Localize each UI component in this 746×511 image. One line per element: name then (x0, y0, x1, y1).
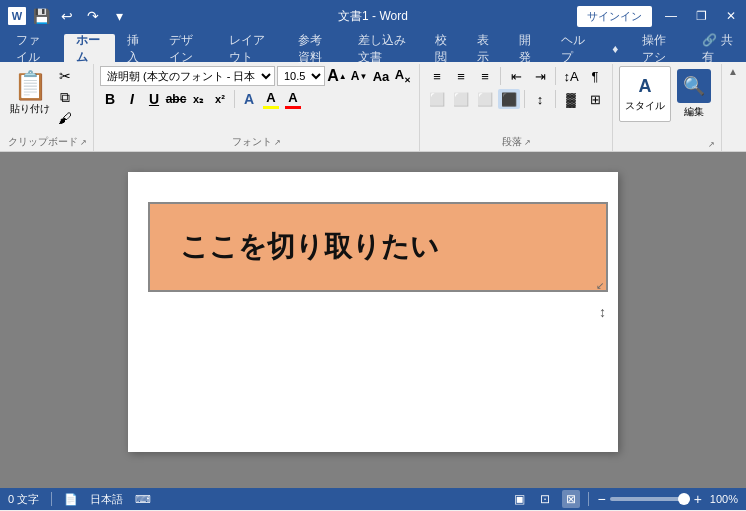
align-right-button[interactable]: ⬜ (474, 89, 496, 109)
show-marks-button[interactable]: ¶ (584, 66, 606, 86)
sort-button[interactable]: ↕A (560, 66, 582, 86)
tab-layout[interactable]: レイアウト (217, 34, 286, 62)
paragraph-content: ≡ ≡ ≡ ⇤ ⇥ ↕A ¶ ⬜ ⬜ ⬜ ⬛ ↕ ▓ ⊞ (426, 66, 606, 133)
highlight-color-bar (263, 106, 279, 109)
numbering-button[interactable]: ≡ (450, 66, 472, 86)
restore-button[interactable]: ❐ (686, 0, 716, 32)
font-expand-icon[interactable]: ↗ (274, 138, 281, 147)
clipboard-expand-icon[interactable]: ↗ (80, 138, 87, 147)
tab-mailings[interactable]: 差し込み文書 (346, 34, 424, 62)
justify-button[interactable]: ⬛ (498, 89, 520, 109)
document-area: ここを切り取りたい ↙ ↕ (0, 152, 746, 488)
close-button[interactable]: ✕ (716, 0, 746, 32)
align-left-button[interactable]: ⬜ (426, 89, 448, 109)
para-divider3 (524, 90, 525, 108)
font-divider (234, 90, 235, 108)
tab-design[interactable]: デザイン (157, 34, 217, 62)
status-bar-right: ▣ ⊡ ⊠ − + 100% (510, 490, 738, 508)
textbox-text: ここを切り取りたい (180, 228, 576, 266)
font-name-select[interactable]: 游明朝 (本文のフォント - 日本 (100, 66, 275, 86)
tab-developer[interactable]: 開発 (507, 34, 549, 62)
tab-home[interactable]: ホーム (64, 34, 115, 62)
bullets-button[interactable]: ≡ (426, 66, 448, 86)
copy-button[interactable]: ⧉ (54, 87, 76, 107)
signin-button[interactable]: サインイン (577, 6, 652, 27)
scroll-indicator: ↕ (599, 304, 606, 320)
tab-assist[interactable]: 操作アシ (630, 34, 690, 62)
increase-indent-button[interactable]: ⇥ (529, 66, 551, 86)
ribbon-minimize-button[interactable]: ▲ (724, 64, 742, 79)
shading-button[interactable]: ▓ (560, 89, 582, 109)
highlight-icon: A (263, 90, 279, 109)
strikethrough-button[interactable]: abc (166, 89, 186, 109)
text-box[interactable]: ここを切り取りたい ↙ (148, 202, 608, 292)
document-page: ここを切り取りたい ↙ ↕ (128, 172, 618, 452)
view-web-button[interactable]: ⊡ (536, 490, 554, 508)
font-shrink-button[interactable]: A▼ (349, 66, 369, 86)
underline-button[interactable]: U (144, 89, 164, 109)
tab-references[interactable]: 参考資料 (286, 34, 346, 62)
font-color-bar (285, 106, 301, 109)
change-case-button[interactable]: Aa (371, 66, 391, 86)
tab-insert[interactable]: 挿入 (115, 34, 157, 62)
clear-format-button[interactable]: A✕ (393, 66, 413, 86)
save-qat-button[interactable]: 💾 (30, 5, 52, 27)
paste-label: 貼り付け (10, 102, 50, 116)
view-read-button[interactable]: ⊠ (562, 490, 580, 508)
minimize-button[interactable]: — (656, 0, 686, 32)
format-painter-button[interactable]: 🖌 (54, 108, 76, 128)
line-spacing-button[interactable]: ↕ (529, 89, 551, 109)
tab-share[interactable]: 🔗 共有 (690, 34, 746, 62)
redo-qat-button[interactable]: ↷ (82, 5, 104, 27)
zoom-slider[interactable] (610, 497, 690, 501)
highlight-color-button[interactable]: A (261, 89, 281, 109)
text-effect-button[interactable]: A (239, 89, 259, 109)
title-bar-left: W 💾 ↩ ↷ ▾ (0, 5, 180, 27)
paragraph-group: ≡ ≡ ≡ ⇤ ⇥ ↕A ¶ ⬜ ⬜ ⬜ ⬛ ↕ ▓ ⊞ (422, 64, 613, 151)
tab-review[interactable]: 校閲 (423, 34, 465, 62)
font-size-select[interactable]: 10.5 (277, 66, 325, 86)
tab-file[interactable]: ファイル (4, 34, 64, 62)
font-group: 游明朝 (本文のフォント - 日本 10.5 A▲ A▼ Aa A✕ B I U… (96, 64, 420, 151)
tab-diamond[interactable]: ♦ (600, 34, 630, 62)
cut-button[interactable]: ✂ (54, 66, 76, 86)
tab-help[interactable]: ヘルプ (549, 34, 600, 62)
language-label: 日本語 (90, 492, 123, 507)
clipboard-group: 📋 貼り付け ✂ ⧉ 🖌 クリップボード ↗ (4, 64, 94, 151)
zoom-minus-button[interactable]: − (597, 492, 605, 506)
para-row1: ≡ ≡ ≡ ⇤ ⇥ ↕A ¶ (426, 66, 606, 86)
styles-content: A スタイル 🔍 編集 (619, 66, 715, 138)
view-print-button[interactable]: ▣ (510, 490, 528, 508)
subscript-button[interactable]: x₂ (188, 89, 208, 109)
styles-expand-icon[interactable]: ↗ (708, 140, 715, 149)
decrease-indent-button[interactable]: ⇤ (505, 66, 527, 86)
styles-group: A スタイル 🔍 編集 ↗ (615, 64, 722, 151)
multilevel-button[interactable]: ≡ (474, 66, 496, 86)
zoom-plus-button[interactable]: + (694, 492, 702, 506)
bold-button[interactable]: B (100, 89, 120, 109)
superscript-button[interactable]: x² (210, 89, 230, 109)
change-case-icon: Aa (373, 69, 390, 84)
font-color-icon: A (285, 90, 301, 109)
paragraph-expand-icon[interactable]: ↗ (524, 138, 531, 147)
zoom-thumb[interactable] (678, 493, 690, 505)
status-divider2 (588, 492, 589, 506)
resize-handle[interactable]: ↙ (596, 280, 604, 288)
copy-icon: ⧉ (60, 89, 70, 106)
borders-button[interactable]: ⊞ (584, 89, 606, 109)
edit-button[interactable]: 🔍 編集 (673, 66, 715, 122)
paste-button[interactable]: 📋 貼り付け (8, 66, 52, 122)
italic-button[interactable]: I (122, 89, 142, 109)
align-center-button[interactable]: ⬜ (450, 89, 472, 109)
styles-button[interactable]: A スタイル (619, 66, 671, 122)
tab-view[interactable]: 表示 (465, 34, 507, 62)
zoom-level: 100% (710, 493, 738, 505)
customize-qat-button[interactable]: ▾ (108, 5, 130, 27)
clear-format-icon: A✕ (395, 67, 411, 85)
styles-label: ↗ (619, 138, 715, 149)
para-divider4 (555, 90, 556, 108)
font-grow-button[interactable]: A▲ (327, 66, 347, 86)
font-color-button[interactable]: A (283, 89, 303, 109)
format-painter-icon: 🖌 (58, 110, 72, 126)
undo-qat-button[interactable]: ↩ (56, 5, 78, 27)
